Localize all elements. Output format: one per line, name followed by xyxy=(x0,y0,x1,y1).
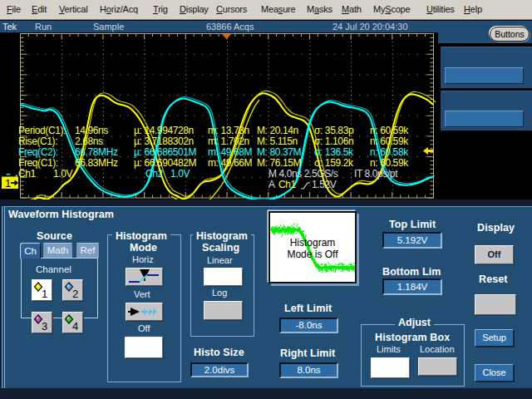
svg-text:4: 4 xyxy=(72,320,78,332)
svg-text:3: 3 xyxy=(42,320,47,332)
svg-text:2: 2 xyxy=(72,288,78,300)
svg-text:1: 1 xyxy=(5,177,11,190)
svg-text:1: 1 xyxy=(42,288,47,300)
